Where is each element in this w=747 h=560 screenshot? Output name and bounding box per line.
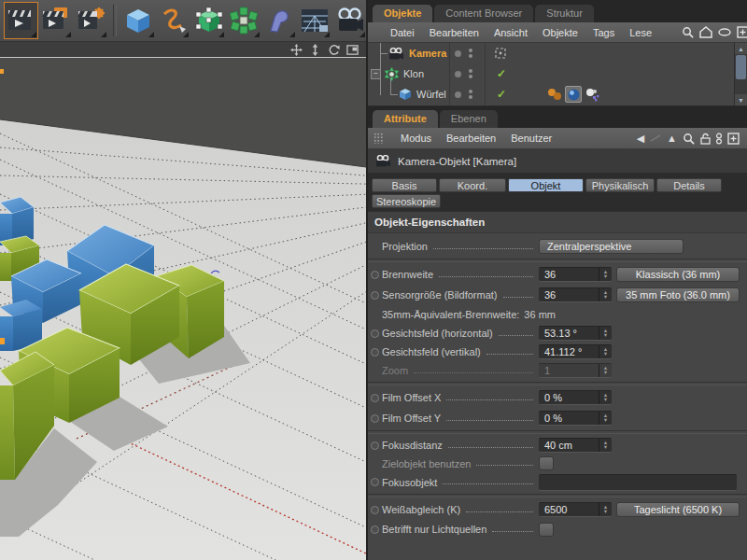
sensor-preset-button[interactable]: 35 mm Foto (36.0 mm) [616,287,740,302]
dolly-icon[interactable] [309,44,321,56]
lock-icon[interactable] [700,133,711,145]
material-tag-icon[interactable] [565,86,582,103]
history-back-icon[interactable]: ◀ [637,133,644,145]
stepper-icon[interactable]: ▲▼ [599,503,612,516]
maximize-icon[interactable] [346,44,359,56]
phong-tag-icon[interactable] [547,88,562,101]
scroll-down-icon[interactable]: ▼ [735,94,747,105]
filter-icon[interactable] [718,28,731,36]
add-spline-button[interactable] [158,3,190,38]
layer-dot[interactable] [455,71,461,77]
search-icon[interactable] [682,26,694,38]
scroll-up-icon[interactable]: ▲ [735,43,747,54]
object-label[interactable]: Würfel [416,89,446,100]
tab-details[interactable]: Details [656,178,722,192]
fov-v-input[interactable]: 41.112 ° ▲▼ [539,344,612,359]
menu-modus[interactable]: Modus [401,133,431,144]
anim-dot[interactable] [371,414,379,423]
fokusdistanz-input[interactable]: 40 cm ▲▼ [539,438,612,453]
home-icon[interactable] [699,26,712,38]
tab-attribute[interactable]: Attribute [373,110,438,128]
camera-toggle-icon[interactable] [495,48,506,59]
fokusobjekt-field[interactable] [539,474,737,491]
menu-tags[interactable]: Tags [593,27,614,38]
tab-ebenen[interactable]: Ebenen [440,110,498,128]
mograph-weight-tag-icon[interactable] [585,88,599,102]
render-view-button[interactable] [5,3,37,38]
menu-ansicht[interactable]: Ansicht [494,27,528,38]
tab-objekt[interactable]: Objekt [508,178,584,192]
rotate-icon[interactable] [328,44,340,56]
section-header[interactable]: Objekt-Eigenschaften [368,211,747,233]
layer-dot[interactable] [455,50,461,57]
anim-dot[interactable] [371,525,379,534]
sensor-input[interactable]: 36 ▲▼ [539,287,612,302]
object-row-wuerfel[interactable]: Würfel ✓ [368,84,747,105]
viewport-titlebar[interactable] [0,42,366,58]
object-row-klon[interactable]: − Klon ✓ [368,63,747,84]
stepper-icon[interactable]: ▲▼ [599,268,612,281]
enabled-check-icon[interactable]: ✓ [497,67,506,80]
stepper-icon[interactable]: ▲▼ [599,391,612,404]
enabled-check-icon[interactable]: ✓ [497,88,506,101]
tab-struktur[interactable]: Struktur [535,5,594,22]
stepper-icon[interactable]: ▲▼ [599,412,612,425]
object-label[interactable]: Klon [403,68,424,79]
anim-dot[interactable] [371,271,379,279]
camera-tool-button[interactable] [333,3,366,38]
tab-content-browser[interactable]: Content Browser [434,5,533,22]
collapse-toggle[interactable]: − [371,69,381,79]
brennweite-preset-button[interactable]: Klassisch (36 mm) [616,267,740,282]
render-picture-viewer-button[interactable] [40,3,73,38]
scrollbar-thumb[interactable] [736,55,746,79]
search-icon[interactable] [683,133,695,145]
anim-dot[interactable] [371,506,379,514]
anim-dot[interactable] [371,441,379,450]
menu-benutzer[interactable]: Benutzer [511,133,552,144]
zielobjekt-checkbox[interactable] [539,456,554,470]
object-list-scrollbar[interactable]: ▲ ▼ [734,43,747,105]
anim-dot[interactable] [371,394,379,402]
tab-physikalisch[interactable]: Physikalisch [585,178,655,192]
tab-basis[interactable]: Basis [372,178,437,192]
projektion-dropdown[interactable]: Zentralperspektive [539,239,684,254]
visibility-dots[interactable] [469,69,472,78]
menu-bearbeiten[interactable]: Bearbeiten [446,133,496,144]
object-row-kamera[interactable]: Kamera [368,43,747,63]
menu-objekte[interactable]: Objekte [543,27,578,38]
tab-stereoskopie[interactable]: Stereoskopie [372,194,441,208]
mograph-cloner-button[interactable] [228,3,261,38]
layer-dot[interactable] [455,91,461,98]
menu-bearbeiten[interactable]: Bearbeiten [430,27,479,38]
stepper-icon[interactable]: ▲▼ [599,345,612,358]
anim-dot[interactable] [371,348,379,357]
anim-dot[interactable] [371,478,379,486]
stepper-icon[interactable]: ▲▼ [599,439,612,452]
menu-lese[interactable]: Lese [629,27,652,38]
lichtquellen-checkbox[interactable] [539,523,554,537]
film-offset-y-input[interactable]: 0 % ▲▼ [539,411,612,426]
panel-grip[interactable] [374,133,384,144]
tab-objekte[interactable]: Objekte [373,5,432,22]
stepper-icon[interactable]: ▲▼ [599,327,612,340]
menu-datei[interactable]: Datei [390,27,415,38]
stepper-icon[interactable]: ▲▼ [599,288,612,301]
bend-deformer-button[interactable] [263,3,296,38]
make-editable-button[interactable] [192,3,225,38]
tab-koord[interactable]: Koord. [439,178,506,192]
fov-h-input[interactable]: 53.13 ° ▲▼ [539,326,612,341]
history-forward-icon[interactable] [650,133,661,143]
3d-viewport[interactable] [0,59,366,560]
add-cube-button[interactable] [122,3,155,38]
anim-dot[interactable] [371,329,379,338]
weissabgleich-input[interactable]: 6500 ▲▼ [539,502,612,517]
visibility-dots[interactable] [469,90,472,99]
render-settings-button[interactable] [75,3,107,38]
environment-floor-button[interactable] [299,3,331,38]
visibility-dots[interactable] [469,49,472,58]
anim-dot[interactable] [371,291,379,300]
object-label[interactable]: Kamera [409,48,446,59]
double-dot-icon[interactable] [716,133,722,145]
add-panel-icon[interactable] [727,133,740,145]
brennweite-input[interactable]: 36 ▲▼ [539,267,612,282]
